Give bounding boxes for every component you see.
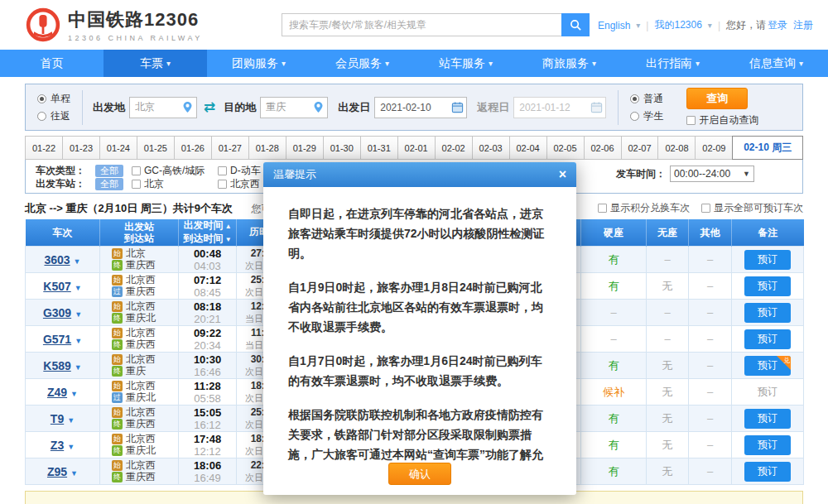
display-toggle[interactable]: 显示全部可预订车次 xyxy=(701,201,803,215)
trip-single-radio[interactable]: 单程 xyxy=(37,92,70,106)
seat-cell: – xyxy=(689,353,732,379)
sort-asc-icon[interactable]: ▲ xyxy=(223,223,231,230)
chevron-down-icon[interactable]: ▼ xyxy=(70,466,78,478)
language-select[interactable]: English xyxy=(598,20,630,31)
book-button[interactable]: 预订 xyxy=(744,276,791,296)
site-search-input[interactable] xyxy=(282,13,561,36)
modal-header: 温馨提示 × xyxy=(263,162,576,187)
chevron-down-icon[interactable]: ▼ xyxy=(75,334,82,345)
book-button[interactable]: 预订 xyxy=(744,435,791,455)
book-button[interactable]: 预订兑 xyxy=(744,356,791,376)
chevron-down-icon[interactable]: ▼ xyxy=(67,439,75,451)
nav-item-station-services[interactable]: 站车服务▾ xyxy=(414,50,518,77)
chevron-down-icon[interactable]: ▼ xyxy=(75,360,82,372)
terminal-tag-icon: 过 xyxy=(112,392,123,403)
search-button[interactable] xyxy=(561,13,590,36)
book-button[interactable]: 预订 xyxy=(744,329,791,349)
chevron-down-icon[interactable]: ▼ xyxy=(75,281,82,292)
date-tab-02-02[interactable]: 02-02 xyxy=(435,136,472,160)
passenger-student-radio[interactable]: 学生 xyxy=(630,109,663,123)
departure-time-select[interactable]: 00:00--24:00 ▼ xyxy=(670,166,754,182)
trip-round-radio[interactable]: 往返 xyxy=(37,109,70,123)
trip-type-group: 单程 往返 xyxy=(26,92,82,123)
calendar-icon xyxy=(451,101,464,113)
my12306-menu[interactable]: 我的12306 xyxy=(654,18,701,32)
date-tab-01-28[interactable]: 01-28 xyxy=(248,136,286,160)
nav-item-tickets[interactable]: 车票▾ xyxy=(104,50,207,77)
remark-cell: 预订 xyxy=(732,432,804,458)
auto-query-toggle[interactable]: 开启自动查询 xyxy=(686,113,758,127)
book-button[interactable]: 预订 xyxy=(744,303,791,323)
date-tab-02-08[interactable]: 02-08 xyxy=(657,136,695,160)
seat-availability: 有 xyxy=(609,412,619,425)
radio-selected-icon xyxy=(37,94,46,103)
chevron-down-icon[interactable]: ▼ xyxy=(75,307,82,319)
date-tab-01-26[interactable]: 01-26 xyxy=(174,136,211,160)
seat-cell: – xyxy=(689,406,732,432)
column-header[interactable]: 其他 xyxy=(689,219,732,247)
date-tab-02-01[interactable]: 02-01 xyxy=(397,136,435,160)
column-header[interactable]: 硬座 xyxy=(581,219,647,247)
date-tab-01-24[interactable]: 01-24 xyxy=(99,136,137,160)
train-number[interactable]: Z49 xyxy=(47,386,67,399)
departure-time: 18:06 xyxy=(179,459,236,472)
register-link[interactable]: 注册 xyxy=(793,18,813,32)
nav-item-business-services[interactable]: 商旅服务▾ xyxy=(518,50,621,77)
filter-all-badge[interactable]: 全部 xyxy=(95,165,123,177)
book-button[interactable]: 预订 xyxy=(744,409,791,429)
filter-all-badge[interactable]: 全部 xyxy=(95,178,123,190)
nav-item-home[interactable]: 首页 xyxy=(0,50,104,77)
date-tab-02-03[interactable]: 02-03 xyxy=(472,136,509,160)
chevron-down-icon[interactable]: ▼ xyxy=(74,254,81,266)
date-tab-02-06[interactable]: 02-06 xyxy=(584,136,621,160)
column-header[interactable]: 备注 xyxy=(732,219,804,247)
train-number[interactable]: G309 xyxy=(43,306,71,319)
date-tab-01-25[interactable]: 01-25 xyxy=(137,136,174,160)
chevron-down-icon[interactable]: ▼ xyxy=(70,386,78,398)
filter-row-label: 车次类型： xyxy=(36,164,95,178)
date-tab-02-07[interactable]: 02-07 xyxy=(621,136,658,160)
book-button[interactable]: 预订 xyxy=(744,250,791,270)
nav-item-member-services[interactable]: 会员服务▾ xyxy=(310,50,414,77)
date-tab-01-31[interactable]: 01-31 xyxy=(360,136,397,160)
passenger-normal-radio[interactable]: 普通 xyxy=(630,92,663,106)
train-number[interactable]: Z3 xyxy=(51,439,64,452)
filter-option[interactable]: 北京 xyxy=(132,177,218,191)
chevron-down-icon[interactable]: ▼ xyxy=(67,413,75,425)
query-button[interactable]: 查询 xyxy=(686,88,748,109)
column-header[interactable]: 出发站到达站 xyxy=(100,219,179,247)
sort-desc-icon[interactable]: ▼ xyxy=(223,236,231,243)
location-pin-icon xyxy=(181,101,194,113)
nav-item-group-services[interactable]: 团购服务▾ xyxy=(207,50,310,77)
filter-option[interactable]: GC-高铁/城际 xyxy=(132,164,218,178)
column-header[interactable]: 出发时间 ▲到达时间 ▼ xyxy=(179,219,237,247)
book-button[interactable]: 预订 xyxy=(744,462,791,482)
nav-item-info-query[interactable]: 信息查询▾ xyxy=(724,50,828,77)
swap-stations-icon[interactable]: ⇄ xyxy=(204,98,215,116)
display-toggle[interactable]: 显示积分兑换车次 xyxy=(598,201,690,215)
train-number[interactable]: K507 xyxy=(43,280,70,293)
chevron-down-icon: ▾ xyxy=(282,59,286,68)
close-icon[interactable]: × xyxy=(559,168,566,181)
date-tab-selected[interactable]: 02-10 周三 xyxy=(732,136,803,160)
date-tab-02-09[interactable]: 02-09 xyxy=(695,136,732,160)
train-number[interactable]: G571 xyxy=(43,333,71,346)
date-tab-01-30[interactable]: 01-30 xyxy=(323,136,360,160)
train-number[interactable]: 3603 xyxy=(44,253,70,266)
train-number[interactable]: Z95 xyxy=(47,465,67,478)
nav-item-travel-guide[interactable]: 出行指南▾ xyxy=(621,50,724,77)
login-link[interactable]: 登录 xyxy=(768,18,787,32)
train-number[interactable]: T9 xyxy=(51,412,64,425)
date-tab-01-27[interactable]: 01-27 xyxy=(211,136,248,160)
date-tab-01-23[interactable]: 01-23 xyxy=(62,136,99,160)
train-number[interactable]: K589 xyxy=(43,359,70,372)
date-tab-01-29[interactable]: 01-29 xyxy=(286,136,323,160)
date-tab-02-04[interactable]: 02-04 xyxy=(509,136,546,160)
column-header[interactable]: 车次 xyxy=(26,219,100,247)
confirm-button[interactable]: 确认 xyxy=(388,463,451,485)
seat-cell: 无 xyxy=(647,273,689,300)
date-tab-01-22[interactable]: 01-22 xyxy=(25,136,62,160)
date-tab-02-05[interactable]: 02-05 xyxy=(546,136,584,160)
column-header[interactable]: 无座 xyxy=(647,219,689,247)
departure-time: 00:48 xyxy=(179,247,236,260)
